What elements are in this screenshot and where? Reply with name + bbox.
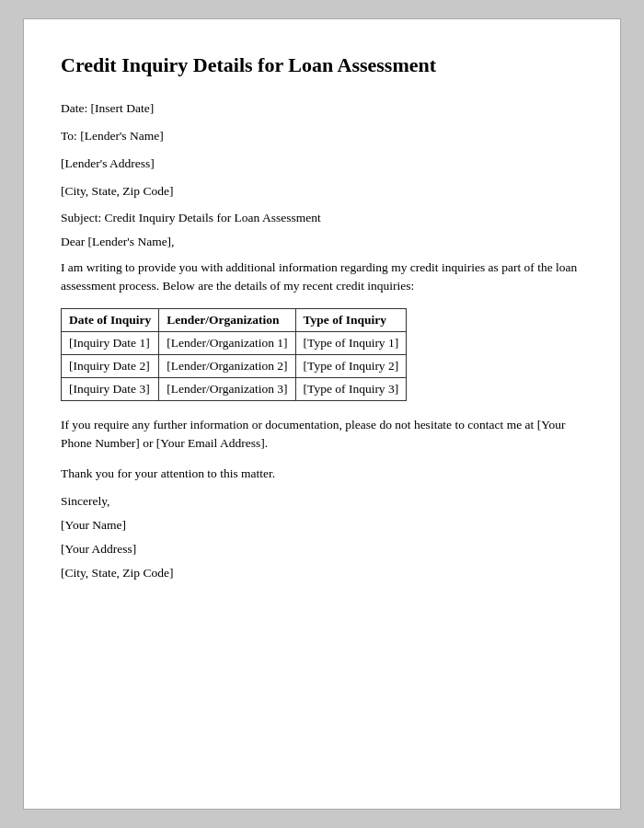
table-header-row: Date of Inquiry Lender/Organization Type… xyxy=(62,309,407,332)
dear-line: Dear [Lender's Name], xyxy=(61,235,583,249)
table-cell: [Lender/Organization 2] xyxy=(159,355,295,378)
table-cell: [Type of Inquiry 2] xyxy=(295,355,407,378)
subject-line: Subject: Credit Inquiry Details for Loan… xyxy=(61,211,583,225)
sender-city-state-zip: [City, State, Zip Code] xyxy=(61,566,583,581)
sincerely-line: Sincerely, xyxy=(61,494,583,509)
table-cell: [Lender/Organization 3] xyxy=(159,378,295,401)
table-cell: [Lender/Organization 1] xyxy=(159,332,295,355)
sender-name: [Your Name] xyxy=(61,518,583,533)
address-line: [Lender's Address] xyxy=(61,155,583,173)
city-state-zip-line: [City, State, Zip Code] xyxy=(61,182,583,201)
inquiry-table: Date of Inquiry Lender/Organization Type… xyxy=(61,308,407,401)
table-cell: [Inquiry Date 1] xyxy=(62,332,159,355)
thank-you-line: Thank you for your attention to this mat… xyxy=(61,466,583,481)
table-row: [Inquiry Date 1][Lender/Organization 1][… xyxy=(62,332,407,355)
closing-paragraph: If you require any further information o… xyxy=(61,416,583,454)
body-paragraph-1: I am writing to provide you with additio… xyxy=(61,259,583,296)
table-cell: [Type of Inquiry 3] xyxy=(295,378,407,401)
col-header-date: Date of Inquiry xyxy=(62,309,159,332)
table-cell: [Inquiry Date 2] xyxy=(62,355,159,378)
col-header-lender: Lender/Organization xyxy=(159,309,295,332)
table-body: [Inquiry Date 1][Lender/Organization 1][… xyxy=(62,332,407,401)
sender-address: [Your Address] xyxy=(61,542,583,557)
date-line: Date: [Insert Date] xyxy=(61,99,583,118)
table-row: [Inquiry Date 3][Lender/Organization 3][… xyxy=(62,378,407,401)
document-page: Credit Inquiry Details for Loan Assessme… xyxy=(23,18,621,810)
col-header-type: Type of Inquiry xyxy=(295,309,407,332)
table-cell: [Type of Inquiry 1] xyxy=(295,332,407,355)
table-cell: [Inquiry Date 3] xyxy=(62,378,159,401)
table-row: [Inquiry Date 2][Lender/Organization 2][… xyxy=(62,355,407,378)
page-title: Credit Inquiry Details for Loan Assessme… xyxy=(61,52,583,79)
to-line: To: [Lender's Name] xyxy=(61,127,583,145)
